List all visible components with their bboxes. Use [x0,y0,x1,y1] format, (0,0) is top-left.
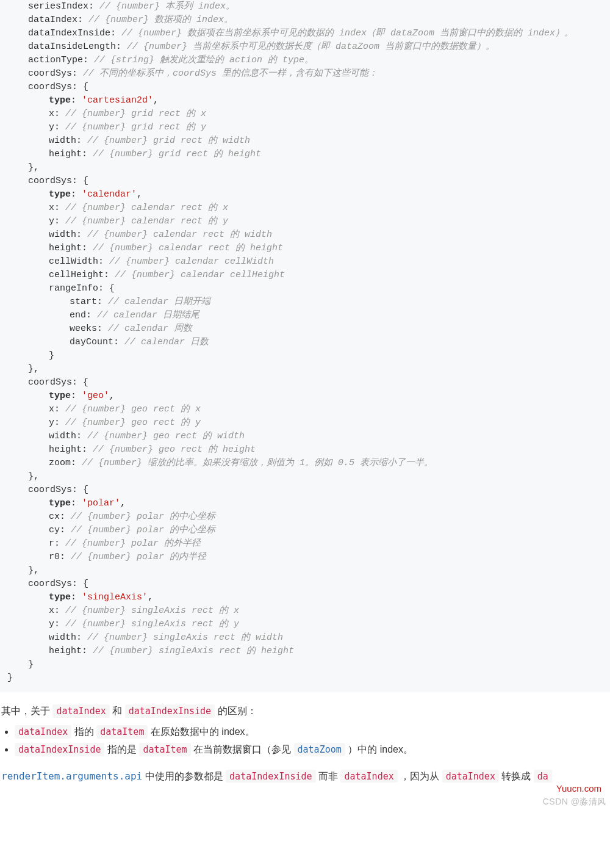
brand-label: Yuucn.com [556,783,601,795]
code-line: rangeInfo: { [7,282,603,295]
text: 指的 [74,726,96,737]
code-line: coordSys: // 不同的坐标系中，coordSys 里的信息不一样，含有… [7,67,603,81]
text: 指的是 [107,744,139,754]
code-line: x: // {number} grid rect 的 x [7,107,603,121]
text: 在当前数据窗口（参见 [193,744,293,754]
prose-section: 其中，关于 dataIndex 和 dataIndexInside 的区别： d… [0,704,610,783]
code-line: }, [7,161,603,175]
code-dataindex: dataIndex [15,725,71,739]
code-line: coordSys: { [7,577,603,591]
code-line: dataInsideLength: // {number} 当前坐标系中可见的数… [7,40,603,54]
text: 在原始数据中的 index。 [151,726,255,737]
code-dataindex: dataIndex [442,770,499,783]
code-line: cx: // {number} polar 的中心坐标 [7,510,603,524]
code-line: type: 'polar', [7,497,603,510]
code-line: type: 'singleAxis', [7,591,603,604]
code-line: dayCount: // calendar 日数 [7,336,603,349]
link-api[interactable]: renderItem.arguments.api [1,770,142,782]
code-line: coordSys: { [7,81,603,94]
code-line: y: // {number} calendar rect 的 y [7,215,603,228]
link-datazoom[interactable]: dataZoom [294,743,345,756]
code-line: weeks: // calendar 周数 [7,322,603,336]
code-line: height: // {number} singleAxis rect 的 he… [7,645,603,658]
code-line: x: // {number} singleAxis rect 的 x [7,604,603,618]
code-line: height: // {number} geo rect 的 height [7,443,603,457]
code-line: r: // {number} polar 的外半径 [7,537,603,551]
code-line: x: // {number} geo rect 的 x [7,403,603,416]
difference-list: dataIndex 指的 dataItem 在原始数据中的 index。 dat… [1,725,609,756]
code-line: coordSys: { [7,376,603,389]
code-line: seriesIndex: // {number} 本系列 index。 [7,0,603,13]
code-block: seriesIndex: // {number} 本系列 index。dataI… [0,0,610,692]
code-line: } [7,658,603,671]
code-line: cellHeight: // {number} calendar cellHei… [7,269,603,282]
code-line: y: // {number} singleAxis rect 的 y [7,618,603,631]
code-line: type: 'cartesian2d', [7,94,603,107]
code-line: } [7,671,603,685]
text: ，因为从 [400,771,442,781]
text: 的区别： [218,706,257,716]
code-line: dataIndexInside: // {number} 数据项在当前坐标系中可… [7,27,603,40]
list-item: dataIndexInside 指的是 dataItem 在当前数据窗口（参见 … [15,743,609,756]
text: 而非 [318,771,340,781]
code-line: } [7,349,603,363]
code-line: start: // calendar 日期开端 [7,295,603,309]
code-line: end: // calendar 日期结尾 [7,309,603,322]
code-line: width: // {number} singleAxis rect 的 wid… [7,631,603,645]
text: 其中，关于 [1,706,52,716]
code-truncated: da [534,770,552,783]
code-line: }, [7,564,603,577]
code-line: type: 'calendar', [7,188,603,201]
code-dataindexinside: dataIndexInside [226,770,315,783]
code-dataitem: dataItem [139,743,190,756]
code-dataindexinside: dataIndexInside [125,704,215,718]
text: 转换成 [501,771,533,781]
code-line: actionType: // {string} 触发此次重绘的 action 的… [7,54,603,67]
code-line: width: // {number} calendar rect 的 width [7,228,603,242]
code-line: }, [7,470,603,483]
code-dataitem: dataItem [96,725,148,739]
code-line: y: // {number} geo rect 的 y [7,416,603,430]
code-line: height: // {number} grid rect 的 height [7,148,603,161]
code-line: width: // {number} geo rect 的 width [7,430,603,443]
code-line: dataIndex: // {number} 数据项的 index。 [7,13,603,27]
code-line: zoom: // {number} 缩放的比率。如果没有缩放，则值为 1。例如 … [7,457,603,470]
code-line: width: // {number} grid rect 的 width [7,134,603,148]
code-line: y: // {number} grid rect 的 y [7,121,603,134]
intro-line: 其中，关于 dataIndex 和 dataIndexInside 的区别： [1,704,609,718]
code-line: coordSys: { [7,483,603,497]
code-dataindexinside: dataIndexInside [15,743,104,756]
watermark: CSDN @淼清风 [0,786,610,812]
list-item: dataIndex 指的 dataItem 在原始数据中的 index。 [15,725,609,739]
text: 中使用的参数都是 [145,771,226,781]
code-line: r0: // {number} polar 的内半径 [7,551,603,564]
code-line: coordSys: { [7,175,603,188]
code-dataindex: dataIndex [52,704,109,718]
code-dataindex: dataIndex [340,770,397,783]
code-line: height: // {number} calendar rect 的 heig… [7,242,603,255]
api-note-line: renderItem.arguments.api 中使用的参数都是 dataIn… [1,770,609,783]
code-line: cy: // {number} polar 的中心坐标 [7,524,603,537]
text: 和 [112,706,124,716]
code-line: type: 'geo', [7,389,603,403]
code-line: cellWidth: // {number} calendar cellWidt… [7,255,603,269]
code-line: }, [7,363,603,376]
text: ）中的 index。 [348,744,413,754]
code-line: x: // {number} calendar rect 的 x [7,201,603,215]
